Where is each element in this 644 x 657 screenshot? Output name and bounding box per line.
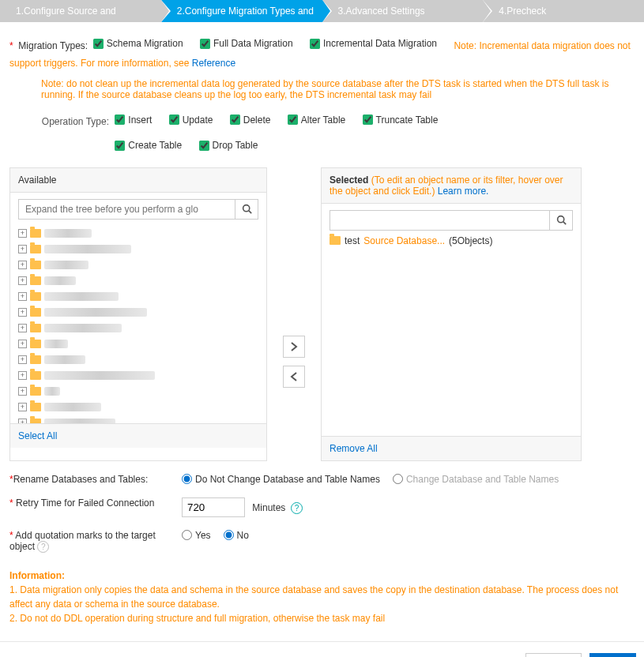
- chk-schema-migration[interactable]: Schema Migration: [93, 35, 183, 52]
- available-search-input[interactable]: [18, 199, 235, 220]
- folder-icon: [30, 276, 41, 285]
- move-right-button[interactable]: [283, 336, 305, 358]
- folder-icon: [30, 371, 41, 380]
- expand-icon[interactable]: +: [18, 355, 27, 364]
- available-search-button[interactable]: [235, 199, 258, 220]
- chk-drop-table[interactable]: Drop Table: [199, 137, 258, 154]
- tree-item[interactable]: +: [18, 305, 258, 321]
- required-asterisk: *: [9, 40, 13, 51]
- expand-icon[interactable]: +: [18, 292, 27, 301]
- chk-alter-table[interactable]: Alter Table: [288, 111, 345, 129]
- tree-item-label: [44, 292, 119, 301]
- tree-item[interactable]: +: [18, 352, 258, 368]
- tree-item[interactable]: +: [18, 257, 258, 273]
- remove-all-link[interactable]: Remove All: [330, 443, 378, 454]
- tree-item[interactable]: +: [18, 368, 258, 384]
- folder-icon: [30, 324, 41, 332]
- radio-quotes-yes[interactable]: Yes: [182, 530, 211, 541]
- tree-item[interactable]: +: [18, 321, 258, 336]
- tree-item[interactable]: +: [18, 226, 258, 242]
- selected-search-button[interactable]: [549, 210, 573, 231]
- folder-icon: [30, 308, 41, 317]
- available-tree[interactable]: ++++++++++++++: [10, 226, 266, 423]
- tree-item[interactable]: +: [18, 400, 258, 415]
- chk-delete[interactable]: Delete: [230, 111, 271, 129]
- radio-no-change[interactable]: Do Not Change Database and Table Names: [182, 474, 380, 485]
- folder-icon: [30, 419, 41, 423]
- chk-truncate-table[interactable]: Truncate Table: [363, 111, 439, 129]
- tree-item-label: [44, 340, 68, 348]
- tree-item-label: [44, 324, 122, 332]
- tree-item-label: [44, 229, 92, 238]
- svg-point-0: [243, 205, 249, 212]
- folder-icon: [30, 261, 41, 269]
- step-4[interactable]: 4.Precheck: [483, 0, 644, 22]
- tree-item[interactable]: +: [18, 336, 258, 352]
- radio-change[interactable]: Change Database and Table Names: [393, 474, 559, 485]
- selected-search-input[interactable]: [330, 210, 549, 231]
- move-left-button[interactable]: [283, 366, 305, 388]
- tree-item[interactable]: +: [18, 384, 258, 400]
- chk-insert[interactable]: Insert: [115, 111, 152, 129]
- chk-update[interactable]: Update: [169, 111, 213, 129]
- tree-item-label: [44, 276, 76, 285]
- svg-line-1: [248, 211, 250, 213]
- available-title: Available: [10, 168, 266, 193]
- search-icon: [242, 204, 252, 214]
- selected-item[interactable]: test Source Database... (5Objects): [330, 235, 573, 246]
- cancel-button[interactable]: Cancel: [525, 653, 582, 658]
- retry-time-input[interactable]: [182, 497, 245, 517]
- folder-icon: [30, 403, 41, 411]
- retry-label: Retry Time for Failed Connection: [16, 497, 154, 509]
- expand-icon[interactable]: +: [18, 340, 27, 348]
- folder-icon: [30, 355, 41, 364]
- folder-icon: [30, 292, 41, 301]
- tree-item-label: [44, 419, 115, 423]
- rename-label: Rename Databases and Tables:: [13, 474, 149, 485]
- tree-item-label: [44, 403, 101, 411]
- radio-quotes-no[interactable]: No: [224, 530, 249, 541]
- tree-item[interactable]: +: [18, 242, 258, 257]
- tree-item-label: [44, 355, 85, 364]
- folder-icon: [30, 229, 41, 238]
- quotes-label: Add quotation marks to the target object: [9, 530, 156, 552]
- step-1[interactable]: 1.Configure Source and Destination: [0, 0, 161, 22]
- tree-item-label: [44, 371, 155, 380]
- tree-item[interactable]: +: [18, 273, 258, 289]
- expand-icon[interactable]: +: [18, 403, 27, 411]
- expand-icon[interactable]: +: [18, 261, 27, 269]
- next-button[interactable]: Next: [589, 653, 636, 658]
- expand-icon[interactable]: +: [18, 245, 27, 253]
- search-icon: [556, 215, 567, 225]
- chk-full-data-migration[interactable]: Full Data Migration: [200, 35, 293, 52]
- help-icon[interactable]: ?: [37, 541, 49, 553]
- learn-more-link[interactable]: Learn more.: [438, 186, 489, 197]
- tree-item-label: [44, 387, 60, 396]
- expand-icon[interactable]: +: [18, 324, 27, 332]
- information-block: Information: 1. Data migration only copi…: [9, 569, 635, 625]
- tree-item[interactable]: +: [18, 415, 258, 423]
- available-panel: Available ++++++++++++++ Select All: [9, 167, 267, 461]
- expand-icon[interactable]: +: [18, 229, 27, 238]
- expand-icon[interactable]: +: [18, 276, 27, 285]
- tree-item[interactable]: +: [18, 289, 258, 305]
- svg-point-2: [557, 216, 563, 223]
- chevron-left-icon: [290, 372, 298, 381]
- tree-item-label: [44, 245, 131, 253]
- help-icon[interactable]: ?: [291, 502, 303, 514]
- expand-icon[interactable]: +: [18, 371, 27, 380]
- folder-icon: [330, 236, 341, 245]
- expand-icon[interactable]: +: [18, 308, 27, 317]
- tree-item-label: [44, 308, 147, 317]
- step-2[interactable]: 2.Configure Migration Types and: [161, 0, 322, 22]
- chk-create-table[interactable]: Create Table: [115, 137, 182, 154]
- reference-link[interactable]: Reference: [192, 58, 235, 69]
- chk-incremental-data-migration[interactable]: Incremental Data Migration: [310, 35, 437, 52]
- select-all-link[interactable]: Select All: [18, 430, 57, 441]
- expand-icon[interactable]: +: [18, 387, 27, 396]
- folder-icon: [30, 387, 41, 396]
- step-3[interactable]: 3.Advanced Settings: [322, 0, 484, 22]
- selected-title: Selected: [330, 175, 368, 186]
- chevron-right-icon: [290, 342, 298, 351]
- expand-icon[interactable]: +: [18, 419, 27, 423]
